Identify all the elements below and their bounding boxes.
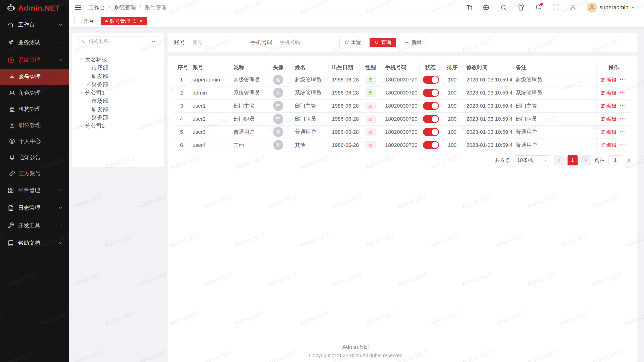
status-toggle[interactable] bbox=[423, 128, 439, 136]
app-root: Admin.NET 工作台 业务测试 系统管理 账号管理 bbox=[0, 0, 644, 362]
more-actions-button[interactable]: ··· bbox=[620, 77, 626, 82]
tree-node[interactable]: ▸财务部 bbox=[78, 113, 158, 122]
goto-page-input[interactable] bbox=[608, 155, 622, 165]
tree-node[interactable]: ▸研发部 bbox=[78, 72, 158, 80]
phone-filter-input[interactable] bbox=[276, 38, 329, 47]
caret-icon[interactable]: ▸ bbox=[78, 123, 85, 128]
query-button[interactable]: 查询 bbox=[370, 38, 396, 47]
sidebar-item-profile-center[interactable]: 个人中心 bbox=[0, 133, 69, 149]
edit-button[interactable]: 编辑 bbox=[600, 76, 617, 83]
user-icon[interactable] bbox=[570, 4, 576, 11]
org-search-field[interactable] bbox=[78, 36, 144, 46]
cell-phone: 18020030720 bbox=[382, 139, 419, 152]
status-toggle[interactable] bbox=[423, 89, 439, 97]
tree-node[interactable]: ▸大名科技 bbox=[78, 55, 158, 64]
cell-modified-time: 2023-01-03 10:59:44 bbox=[463, 112, 512, 125]
hamburger-menu-icon[interactable] bbox=[74, 4, 82, 11]
more-actions-button[interactable]: ··· bbox=[620, 116, 626, 122]
close-icon[interactable] bbox=[139, 19, 143, 23]
gender-badge: 男 bbox=[366, 76, 376, 84]
more-actions-button[interactable]: ··· bbox=[620, 90, 626, 96]
cell-no: 6 bbox=[174, 139, 189, 152]
pagination-total: 共 6 条 bbox=[495, 157, 510, 164]
table-row: 5 user3 普通用户 普 普通用户 1986-06-28 女 1802003… bbox=[174, 125, 631, 139]
sidebar-item-org-management[interactable]: 机构管理 bbox=[0, 101, 69, 117]
status-toggle[interactable] bbox=[423, 115, 439, 123]
edit-button[interactable]: 编辑 bbox=[600, 116, 617, 122]
search-icon[interactable] bbox=[500, 4, 507, 11]
tree-node[interactable]: ▸研发部 bbox=[78, 105, 158, 113]
page-size-select[interactable]: 10条/页 bbox=[514, 155, 550, 165]
sidebar-item-help-docs[interactable]: 帮助文档 bbox=[0, 234, 69, 252]
breadcrumb-item[interactable]: 系统管理 bbox=[114, 4, 136, 11]
tab-account-management[interactable]: 账号管理 bbox=[101, 17, 147, 25]
grid-icon bbox=[8, 187, 14, 194]
page-number-button[interactable]: 1 bbox=[568, 155, 578, 165]
status-toggle[interactable] bbox=[423, 102, 439, 110]
tab-workbench[interactable]: 工作台 bbox=[74, 17, 98, 25]
next-page-button[interactable]: › bbox=[581, 155, 591, 165]
theme-shirt-icon[interactable] bbox=[517, 4, 524, 11]
top-header: 工作台 / 系统管理 / 账号管理 Tt superadmin bbox=[69, 0, 644, 15]
org-more-button[interactable]: ··· bbox=[147, 36, 158, 46]
phone-filter-label: 手机号码 bbox=[250, 39, 272, 46]
sidebar-item-business-test[interactable]: 业务测试 bbox=[0, 34, 69, 51]
org-search-row: ··· bbox=[78, 36, 158, 46]
sidebar-item-platform-management[interactable]: 平台管理 bbox=[0, 182, 69, 199]
status-toggle[interactable] bbox=[423, 141, 439, 149]
status-toggle[interactable] bbox=[423, 76, 439, 84]
font-size-icon[interactable]: Tt bbox=[466, 5, 472, 11]
breadcrumb-item-current: 账号管理 bbox=[144, 4, 167, 11]
edit-button[interactable]: 编辑 bbox=[600, 103, 617, 109]
footer-copyright: Copyright © 2022 Dilon All rights reserv… bbox=[69, 353, 644, 358]
notification-bell-icon[interactable] bbox=[535, 4, 542, 11]
sidebar-item-notice[interactable]: 通知公告 bbox=[0, 149, 69, 165]
sidebar-item-role-management[interactable]: 角色管理 bbox=[0, 85, 69, 101]
reset-button[interactable]: 重置 bbox=[339, 38, 366, 47]
more-actions-button[interactable]: ··· bbox=[620, 142, 626, 148]
edit-button[interactable]: 编辑 bbox=[600, 142, 617, 149]
sidebar-item-system-management[interactable]: 系统管理 bbox=[0, 51, 69, 69]
cell-modified-time: 2023-01-03 10:59:44 bbox=[463, 73, 512, 86]
tree-node-label: 研发部 bbox=[92, 72, 108, 80]
table-row: 2 admin 系统管理员 系 系统管理员 1986-06-28 男 18020… bbox=[174, 86, 631, 99]
prev-page-button[interactable]: ‹ bbox=[554, 155, 564, 165]
edit-button[interactable]: 编辑 bbox=[600, 129, 617, 135]
sidebar-item-workbench[interactable]: 工作台 bbox=[0, 16, 69, 34]
sidebar-item-third-party-account[interactable]: 三方账号 bbox=[0, 165, 69, 182]
user-menu[interactable]: superadmin bbox=[587, 3, 635, 13]
edit-button[interactable]: 编辑 bbox=[600, 89, 617, 96]
more-actions-button[interactable]: ··· bbox=[620, 129, 626, 135]
cell-birthdate: 1986-06-28 bbox=[328, 73, 359, 86]
caret-icon[interactable]: ▸ bbox=[78, 90, 85, 95]
globe-icon[interactable] bbox=[483, 4, 490, 11]
column-header: 姓名 bbox=[291, 62, 328, 73]
tree-node[interactable]: ▸分公司2 bbox=[78, 122, 158, 130]
caret-icon[interactable]: ▸ bbox=[78, 57, 85, 62]
sidebar-item-dev-tools[interactable]: 开发工具 bbox=[0, 217, 69, 234]
add-button[interactable]: 新增 bbox=[400, 38, 426, 47]
tree-node[interactable]: ▸财务部 bbox=[78, 80, 158, 88]
sidebar-item-log-management[interactable]: 日志管理 bbox=[0, 199, 69, 217]
sidebar-item-account-management[interactable]: 账号管理 bbox=[0, 69, 69, 85]
search-icon bbox=[82, 39, 86, 44]
tree-node[interactable]: ▸市场部 bbox=[78, 97, 158, 105]
user-icon bbox=[9, 74, 15, 80]
cell-phone: 18020030720 bbox=[382, 99, 419, 112]
account-filter-input[interactable] bbox=[189, 38, 240, 47]
edit-icon bbox=[600, 143, 605, 148]
tree-node[interactable]: ▸市场部 bbox=[78, 64, 158, 72]
cell-nickname: 超级管理员 bbox=[230, 73, 265, 86]
table-row: 6 user4 其他 其 其他 1986-06-28 女 18020030720… bbox=[174, 139, 631, 152]
org-search-input[interactable] bbox=[89, 38, 141, 44]
cell-sort: 100 bbox=[441, 112, 463, 125]
breadcrumb-item[interactable]: 工作台 bbox=[89, 4, 105, 11]
fullscreen-icon[interactable] bbox=[552, 4, 559, 11]
sidebar-item-position-management[interactable]: 职位管理 bbox=[0, 117, 69, 133]
page-footer: Admin.NET Copyright © 2022 Dilon All rig… bbox=[69, 344, 644, 358]
tree-node[interactable]: ▸分公司1 bbox=[78, 88, 158, 97]
cell-phone: 18020030720 bbox=[382, 125, 419, 139]
caret-icon[interactable]: ▸ bbox=[85, 82, 92, 87]
more-actions-button[interactable]: ··· bbox=[620, 103, 626, 109]
refresh-icon[interactable] bbox=[132, 19, 137, 23]
